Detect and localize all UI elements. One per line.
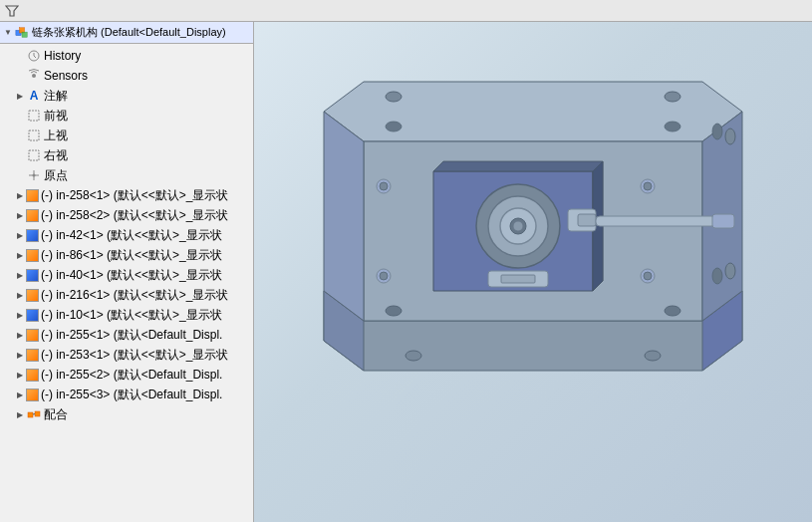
front-view-arrow <box>14 110 26 122</box>
front-view-icon <box>26 108 42 124</box>
part5-label: (-) in-40<1> (默认<<默认>_显示状 <box>41 267 251 284</box>
front-view-label: 前视 <box>44 108 251 125</box>
tree-root-item[interactable]: ▼ 链条张紧机构 (Default<Default_Display) <box>0 22 253 44</box>
part4-icon <box>26 249 39 262</box>
svg-point-11 <box>33 174 36 177</box>
part10-arrow[interactable]: ▶ <box>14 369 26 381</box>
tree-item-origin[interactable]: 原点 <box>0 165 253 185</box>
top-view-icon <box>26 128 42 143</box>
svg-rect-32 <box>578 214 596 226</box>
origin-icon <box>26 167 42 183</box>
part6-label: (-) in-216<1> (默认<<默认>_显示状 <box>41 287 251 304</box>
sensors-arrow <box>14 70 26 82</box>
svg-rect-8 <box>29 150 39 160</box>
annotation-arrow[interactable]: ▶ <box>14 90 26 102</box>
part8-icon <box>26 329 39 342</box>
origin-label: 原点 <box>44 167 251 184</box>
tree-item-part-8[interactable]: ▶ (-) in-255<1> (默认<Default_Displ. <box>0 325 253 345</box>
svg-point-30 <box>513 221 523 231</box>
tree-item-part-2[interactable]: ▶ (-) in-258<2> (默认<<默认>_显示状 <box>0 205 253 225</box>
part1-label: (-) in-258<1> (默认<<默认>_显示状 <box>41 187 251 204</box>
svg-rect-12 <box>28 412 33 417</box>
part3-icon <box>26 229 39 242</box>
part7-label: (-) in-10<1> (默认<<默认>_显示状 <box>41 307 251 324</box>
mate-label: 配合 <box>44 406 251 423</box>
tree-item-part-3[interactable]: ▶ (-) in-42<1> (默认<<默认>_显示状 <box>0 225 253 245</box>
3d-viewport[interactable]: 机工网 www.機工.com <box>254 22 812 522</box>
main-content: ▼ 链条张紧机构 (Default<Default_Display) <box>0 22 812 522</box>
right-view-label: 右视 <box>44 147 251 164</box>
part4-arrow[interactable]: ▶ <box>14 249 26 261</box>
history-label: History <box>44 49 251 63</box>
sensors-icon <box>26 68 42 84</box>
tree-item-part-5[interactable]: ▶ (-) in-40<1> (默认<<默认>_显示状 <box>0 265 253 285</box>
feature-tree-panel: ▼ 链条张紧机构 (Default<Default_Display) <box>0 22 254 522</box>
top-view-label: 上视 <box>44 128 251 144</box>
tree-item-sensors[interactable]: Sensors <box>0 66 253 86</box>
svg-point-52 <box>644 182 652 190</box>
part6-icon <box>26 289 39 302</box>
tree-item-part-1[interactable]: ▶ (-) in-258<1> (默认<<默认>_显示状 <box>0 185 253 205</box>
assembly-icon <box>14 25 30 41</box>
filter-bar <box>0 0 812 22</box>
svg-point-54 <box>644 272 652 280</box>
part8-arrow[interactable]: ▶ <box>14 329 26 341</box>
part9-label: (-) in-253<1> (默认<<默认>_显示状 <box>41 347 251 364</box>
history-arrow <box>14 50 26 62</box>
part10-label: (-) in-255<2> (默认<Default_Displ. <box>41 367 251 384</box>
part3-arrow[interactable]: ▶ <box>14 229 26 241</box>
root-expand-arrow[interactable]: ▼ <box>2 27 14 39</box>
tree-item-part-10[interactable]: ▶ (-) in-255<2> (默认<Default_Displ. <box>0 365 253 385</box>
part2-arrow[interactable]: ▶ <box>14 209 26 221</box>
part5-icon <box>26 269 39 282</box>
tree-item-part-6[interactable]: ▶ (-) in-216<1> (默认<<默认>_显示状 <box>0 285 253 305</box>
svg-line-14 <box>33 414 35 415</box>
part11-arrow[interactable]: ▶ <box>14 389 26 400</box>
top-view-arrow <box>14 130 26 141</box>
part7-arrow[interactable]: ▶ <box>14 309 26 321</box>
tree-item-top-view[interactable]: 上视 <box>0 126 253 145</box>
part9-icon <box>26 349 39 362</box>
part9-arrow[interactable]: ▶ <box>14 349 26 361</box>
tree-item-part-9[interactable]: ▶ (-) in-253<1> (默认<<默认>_显示状 <box>0 345 253 365</box>
svg-marker-21 <box>324 112 364 321</box>
tree-item-mate[interactable]: ▶ 配合 <box>0 404 253 424</box>
part11-icon <box>26 389 39 401</box>
root-label: 链条张紧机构 (Default<Default_Display) <box>32 25 251 40</box>
history-icon <box>26 48 42 64</box>
tree-item-part-11[interactable]: ▶ (-) in-255<3> (默认<Default_Displ. <box>0 385 253 404</box>
tree-item-right-view[interactable]: 右视 <box>0 145 253 165</box>
tree-item-annotation[interactable]: ▶ A 注解 <box>0 86 253 106</box>
right-view-arrow <box>14 149 26 161</box>
part1-arrow[interactable]: ▶ <box>14 189 26 201</box>
part6-arrow[interactable]: ▶ <box>14 289 26 301</box>
part5-arrow[interactable]: ▶ <box>14 269 26 281</box>
svg-point-38 <box>665 122 680 131</box>
tree-item-part-4[interactable]: ▶ (-) in-86<1> (默认<<默认>_显示状 <box>0 245 253 265</box>
part10-icon <box>26 369 39 382</box>
tree-item-front-view[interactable]: 前视 <box>0 106 253 126</box>
svg-rect-33 <box>596 216 715 226</box>
tree-item-history[interactable]: History <box>0 46 253 66</box>
mate-arrow[interactable]: ▶ <box>14 408 26 420</box>
filter-icon[interactable] <box>4 3 20 19</box>
svg-point-41 <box>712 124 722 139</box>
part8-label: (-) in-255<1> (默认<Default_Displ. <box>41 327 251 344</box>
svg-marker-19 <box>324 82 742 141</box>
annotation-icon: A <box>26 88 42 104</box>
part2-label: (-) in-258<2> (默认<<默认>_显示状 <box>41 207 251 224</box>
svg-rect-3 <box>22 32 27 37</box>
part3-label: (-) in-42<1> (默认<<默认>_显示状 <box>41 227 251 244</box>
part1-icon <box>26 189 39 202</box>
svg-point-46 <box>645 351 661 361</box>
sensors-label: Sensors <box>44 69 251 83</box>
svg-rect-56 <box>501 275 535 283</box>
part2-icon <box>26 209 39 222</box>
svg-point-37 <box>386 122 402 131</box>
part7-icon <box>26 309 39 322</box>
svg-point-45 <box>406 351 421 361</box>
tree-item-part-7[interactable]: ▶ (-) in-10<1> (默认<<默认>_显示状 <box>0 305 253 325</box>
right-view-icon <box>26 147 42 163</box>
part11-label: (-) in-255<3> (默认<Default_Displ. <box>41 387 251 403</box>
svg-rect-7 <box>29 130 39 140</box>
